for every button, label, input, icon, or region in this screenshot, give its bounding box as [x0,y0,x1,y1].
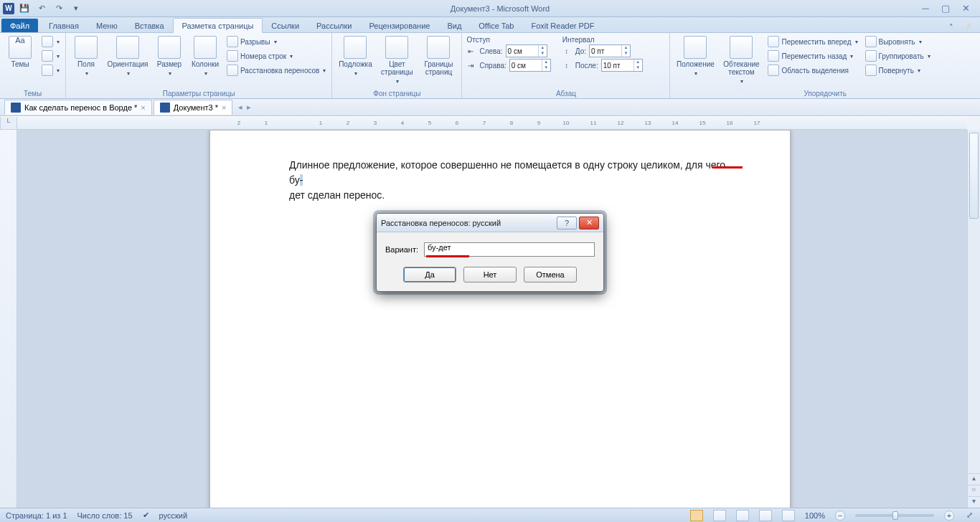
orientation-button[interactable]: Ориентация▾ [105,34,151,77]
indent-right-input[interactable]: 0 см▲▼ [509,59,551,72]
bring-forward-button[interactable]: Переместить вперед▾ [765,34,860,49]
tab-menu[interactable]: Меню [88,19,126,32]
prev-page-icon[interactable]: ▴ [967,473,980,485]
group-icon [865,50,877,62]
theme-effects-button[interactable]: ▾ [39,63,62,77]
breaks-button[interactable]: Разрывы▾ [224,34,329,49]
doc-tab-prev-icon[interactable]: ◂ [238,103,242,112]
status-word-count[interactable]: Число слов: 15 [77,511,133,520]
page-borders-icon [427,36,450,59]
hyphenation-button[interactable]: Расстановка переносов▾ [224,63,329,77]
wrap-icon [730,36,753,59]
zoom-slider-thumb[interactable] [892,511,898,520]
status-proofing-icon[interactable]: ✔ [143,511,149,520]
zoom-fit-icon[interactable]: ⤢ [964,511,974,520]
tab-review[interactable]: Рецензирование [360,19,438,32]
view-draft-icon[interactable] [782,510,795,521]
send-backward-button[interactable]: Переместить назад▾ [765,49,860,63]
indent-right-icon: ⇥ [465,62,476,70]
ribbon-minimize-icon[interactable]: ˄ [946,23,957,32]
tab-home[interactable]: Главная [40,19,88,32]
view-outline-icon[interactable] [759,510,772,521]
theme-fonts-button[interactable]: ▾ [39,49,62,63]
view-web-icon[interactable] [736,510,749,521]
space-after-input[interactable]: 10 пт▲▼ [601,59,643,72]
horizontal-ruler[interactable]: 211234567891011121314151617 [17,117,967,130]
qat-customize-icon[interactable]: ▾ [69,1,83,16]
document-page[interactable]: Длинное предложение, которое совершенно … [209,130,791,508]
dialog-cancel-button[interactable]: Отмена [524,267,577,283]
doc-tab-1[interactable]: Как сделать перенос в Ворде * × [4,100,152,115]
group-caption-page-setup: Параметры страницы [69,88,329,98]
vertical-scrollbar[interactable]: ▴ ○ ▾ [967,130,980,508]
tab-page-layout[interactable]: Разметка страницы [173,18,263,33]
doc-tab-2-close-icon[interactable]: × [222,103,226,112]
tab-file[interactable]: Файл [1,19,38,32]
indent-left-input[interactable]: 0 см▲▼ [506,44,547,57]
doc-tab-next-icon[interactable]: ▸ [247,103,251,112]
dialog-no-button[interactable]: Нет [463,267,517,283]
dialog-help-icon[interactable]: ? [557,217,577,229]
tab-references[interactable]: Ссылки [263,19,308,32]
dialog-titlebar[interactable]: Расстановка переносов: русский ? ✕ [377,214,603,232]
watermark-button[interactable]: Подложка▾ [335,34,375,77]
zoom-in-icon[interactable]: + [944,511,954,521]
rotate-button[interactable]: Повернуть▾ [862,63,933,77]
themes-icon: Aa [9,36,32,59]
spin-up-icon[interactable]: ▲ [538,45,547,51]
tab-office-tab[interactable]: Office Tab [470,19,522,32]
line-numbers-button[interactable]: Номера строк▾ [224,49,329,63]
window-restore-icon[interactable]: ▢ [937,3,954,14]
group-caption-page-bg: Фон страницы [335,88,458,98]
space-before-input[interactable]: 0 пт▲▼ [589,44,631,57]
columns-button[interactable]: Колонки▾ [188,34,222,77]
zoom-out-icon[interactable]: − [835,511,845,521]
size-button[interactable]: Размер▾ [152,34,187,77]
dialog-variant-input[interactable]: бу-дет [424,242,595,257]
breaks-icon [227,36,238,47]
tab-foxit[interactable]: Foxit Reader PDF [522,19,603,32]
status-language[interactable]: русский [159,511,187,520]
qat-undo-icon[interactable]: ↶ [34,1,49,16]
zoom-slider[interactable] [855,514,934,517]
window-close-icon[interactable]: ✕ [957,3,974,14]
colors-icon [42,36,53,47]
margins-button[interactable]: Поля▾ [69,34,103,77]
help-icon[interactable]: ❔ [961,23,973,32]
spin-down-icon[interactable]: ▼ [538,51,547,57]
doc-tab-1-close-icon[interactable]: × [141,103,145,112]
ribbon-tab-strip: Файл Главная Меню Вставка Разметка стран… [0,17,980,33]
next-page-icon[interactable]: ▾ [967,496,980,508]
orientation-icon [116,36,139,59]
browse-object-icon[interactable]: ○ [967,485,980,496]
align-button[interactable]: Выровнять▾ [862,34,933,49]
doc-tab-2[interactable]: Документ3 * × [154,100,233,115]
qat-save-icon[interactable]: 💾 [17,1,32,16]
bring-forward-icon [768,36,779,47]
scrollbar-thumb[interactable] [969,133,979,219]
view-print-layout-icon[interactable] [690,510,703,521]
status-page[interactable]: Страница: 1 из 1 [6,511,67,520]
page-color-button[interactable]: Цвет страницы▾ [377,34,417,85]
dialog-yes-button[interactable]: Да [403,267,456,283]
position-button[interactable]: Положение▾ [673,34,717,77]
window-minimize-icon[interactable]: ─ [917,3,934,14]
view-fullscreen-icon[interactable] [713,510,726,521]
page-scroll-area[interactable]: Длинное предложение, которое совершенно … [17,130,967,508]
group-objects-button[interactable]: Группировать▾ [862,49,933,63]
vertical-ruler[interactable] [0,130,17,508]
dialog-close-icon[interactable]: ✕ [579,217,599,229]
document-text[interactable]: Длинное предложение, которое совершенно … [289,158,740,203]
tab-mailings[interactable]: Рассылки [308,19,360,32]
wrap-text-button[interactable]: Обтекание текстом▾ [719,34,763,85]
tab-view[interactable]: Вид [438,19,470,32]
page-borders-button[interactable]: Границы страниц [418,34,458,76]
zoom-level[interactable]: 100% [805,511,825,520]
qat-redo-icon[interactable]: ↷ [52,1,66,16]
themes-button[interactable]: Aa Темы [3,34,37,68]
dialog-title: Расстановка переносов: русский [381,219,555,227]
theme-colors-button[interactable]: ▾ [39,34,62,49]
tab-insert[interactable]: Вставка [126,19,173,32]
word-app-icon: W [3,3,14,14]
selection-pane-button[interactable]: Область выделения [765,63,860,77]
